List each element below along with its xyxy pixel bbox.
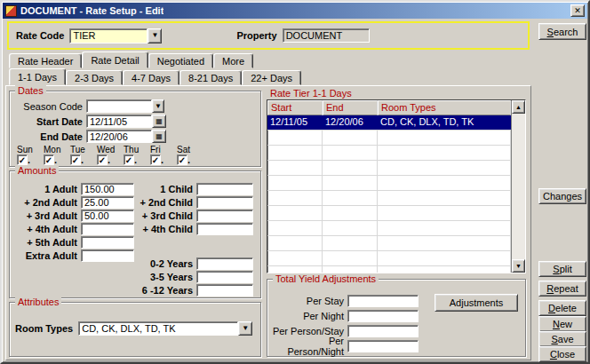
property-field[interactable]: [283, 28, 370, 43]
rate-tier-col-room-types: Room Types: [378, 100, 511, 115]
tab-1-1-days[interactable]: 1-1 Days: [9, 68, 66, 85]
start-date-calendar-button[interactable]: ▦: [152, 115, 166, 128]
amount-child-input-3rd-child[interactable]: [196, 210, 253, 222]
amount-adult-label-5th-adult: + 5th Adult: [12, 237, 81, 248]
adjustments-button[interactable]: Adjustments: [435, 294, 518, 312]
season-code-lov-button[interactable]: ▼: [152, 99, 164, 113]
rate-tier-header-row: StartEndRoom Types: [267, 100, 511, 115]
rate-tier-empty-row[interactable]: [267, 221, 511, 236]
room-types-dropdown-button[interactable]: ▼: [238, 321, 252, 336]
rate-tier-cell-empty: [267, 206, 323, 220]
repeat-button[interactable]: Repeat: [538, 281, 586, 297]
close-window-button[interactable]: Close: [538, 346, 586, 362]
rate-tier-cell-empty: [323, 131, 378, 145]
rate-tier-empty-row[interactable]: [267, 236, 511, 251]
day-checkbox-mon[interactable]: ✓: [44, 154, 54, 165]
amount-child-input-2nd-child[interactable]: [196, 196, 253, 209]
search-button[interactable]: Search: [538, 23, 586, 40]
end-date-calendar-button[interactable]: ▦: [152, 130, 166, 143]
amount-child-row: + 2nd Child: [140, 195, 253, 209]
day-name-mon: Mon: [44, 145, 70, 154]
end-date-input[interactable]: [86, 130, 152, 143]
rate-tier-empty-row[interactable]: [267, 266, 511, 273]
amounts-child-column: 1 Child+ 2nd Child+ 3rd Child+ 4th Child: [140, 182, 253, 235]
tab-22-days[interactable]: 22+ Days: [242, 70, 301, 85]
day-checkbox-tue[interactable]: ✓: [70, 154, 81, 165]
amount-adult-input-4th-adult[interactable]: [81, 223, 134, 235]
rate-tier-empty-row[interactable]: [267, 131, 511, 146]
day-checkbox-wed[interactable]: ✓: [97, 154, 108, 165]
amount-adult-label-3rd-adult: + 3rd Adult: [12, 210, 81, 221]
delete-button[interactable]: Delete: [538, 300, 586, 316]
rate-tier-empty-row[interactable]: [267, 191, 511, 206]
day-cell-mon: ✓.: [44, 154, 70, 165]
rate-tier-row[interactable]: 12/11/0512/20/06CD, CK, DLX, TD, TK: [267, 115, 511, 131]
day-name-thu: Thu: [124, 145, 150, 154]
tab-8-21-days[interactable]: 8-21 Days: [179, 70, 242, 85]
amount-child-input-1-child[interactable]: [196, 183, 253, 195]
checkbox-suffix: .: [187, 154, 190, 165]
day-checkbox-sun[interactable]: ✓: [17, 154, 28, 165]
rate-tier-cell-empty: [323, 191, 378, 205]
close-icon: ✕: [574, 6, 581, 15]
rate-tier-cell-empty: [323, 206, 378, 220]
start-date-input[interactable]: [86, 115, 152, 128]
rate-tier-scrollbar[interactable]: ▲ ▼: [511, 100, 525, 273]
amount-adult-input-extra-adult[interactable]: [81, 249, 134, 262]
yield-label-per-stay: Per Stay: [271, 296, 347, 306]
day-checkbox-fri[interactable]: ✓: [150, 154, 161, 165]
checkbox-suffix: .: [81, 154, 84, 165]
close-button[interactable]: ✕: [570, 4, 585, 17]
yield-input-per-night[interactable]: [347, 310, 419, 322]
yield-input-per-person-night[interactable]: [347, 340, 419, 352]
rate-tier-cell-empty: [323, 161, 378, 175]
yield-input-per-stay[interactable]: [347, 295, 419, 307]
amount-age-input-3-5-years[interactable]: [196, 271, 253, 283]
amounts-adult-column: 1 Adult+ 2nd Adult+ 3rd Adult+ 4th Adult…: [12, 182, 134, 262]
save-button[interactable]: Save: [538, 331, 586, 347]
amount-adult-input-5th-adult[interactable]: [81, 236, 134, 249]
rate-tier-empty-row[interactable]: [267, 251, 511, 266]
room-types-input[interactable]: [78, 321, 238, 336]
tab-rate-header[interactable]: Rate Header: [9, 53, 82, 68]
rate-tier-empty-row[interactable]: [267, 206, 511, 221]
split-button[interactable]: Split: [538, 261, 586, 277]
tab-2-3-days[interactable]: 2-3 Days: [66, 70, 123, 85]
scroll-up-button[interactable]: ▲: [512, 100, 525, 114]
tab-negotiated[interactable]: Negotiated: [148, 53, 213, 68]
rate-tier-empty-row[interactable]: [267, 161, 511, 176]
amount-adult-input-3rd-adult[interactable]: [81, 210, 134, 222]
amount-adult-input-2nd-adult[interactable]: [81, 196, 134, 209]
checkbox-suffix: .: [134, 154, 137, 165]
new-button[interactable]: New: [538, 316, 586, 332]
rate-tier-cell-empty: [378, 251, 511, 265]
rate-code-dropdown-button[interactable]: ▼: [148, 28, 162, 44]
rate-tier-cell-empty: [378, 221, 511, 235]
day-checkbox-thu[interactable]: ✓: [124, 154, 134, 165]
rate-code-panel: Rate Code ▼ Property: [7, 21, 530, 50]
tab-rate-detail[interactable]: Rate Detail: [82, 51, 148, 68]
yield-input-per-person-stay[interactable]: [347, 325, 419, 337]
rate-tier-cell-empty: [267, 221, 323, 235]
changes-button[interactable]: Changes: [538, 188, 586, 204]
season-code-input[interactable]: [86, 99, 152, 113]
tab-more[interactable]: More: [213, 53, 253, 68]
day-checkbox-sat[interactable]: ✓: [177, 154, 187, 165]
day-name-fri: Fri: [150, 145, 177, 154]
rate-tier-cell-empty: [378, 206, 511, 220]
day-cell-wed: ✓.: [97, 154, 124, 165]
amount-adult-input-1-adult[interactable]: [81, 183, 134, 195]
scroll-down-button[interactable]: ▼: [512, 259, 525, 273]
amount-age-input-0-2-years[interactable]: [196, 257, 253, 270]
rate-tier-empty-row[interactable]: [267, 176, 511, 191]
amount-child-input-4th-child[interactable]: [196, 223, 253, 235]
rate-tier-cell-start: 12/11/05: [267, 115, 323, 130]
amount-adult-row: + 2nd Adult: [12, 195, 134, 209]
amount-age-row: 3-5 Years: [140, 270, 253, 283]
rate-code-input[interactable]: [69, 28, 148, 44]
rate-tier-cell-empty: [323, 266, 378, 273]
amount-age-input-6-12-years[interactable]: [196, 284, 253, 297]
rate-tier-empty-row[interactable]: [267, 146, 511, 161]
attributes-group-title: Attributes: [15, 297, 61, 307]
tab-4-7-days[interactable]: 4-7 Days: [123, 70, 179, 85]
